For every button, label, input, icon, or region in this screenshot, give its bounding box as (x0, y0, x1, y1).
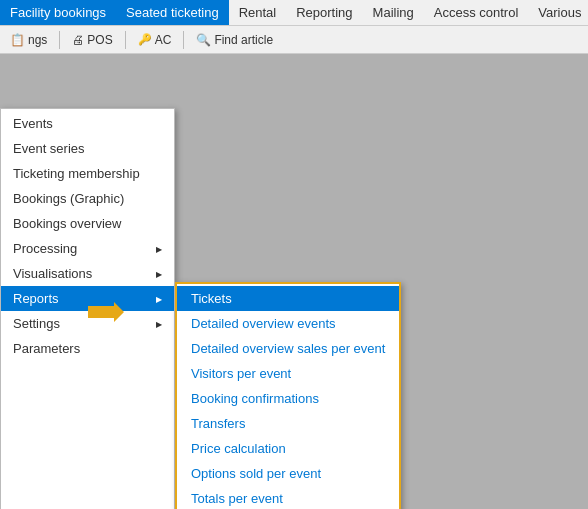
submenu-booking-confirmations-label: Booking confirmations (191, 391, 319, 406)
submenu-options-sold[interactable]: Options sold per event (177, 461, 399, 486)
menu-item-various[interactable]: Various (528, 0, 588, 25)
submenu-transfers[interactable]: Transfers (177, 411, 399, 436)
menu-item-facility-bookings-label: Facility bookings (10, 5, 106, 20)
menu-item-reporting[interactable]: Reporting (286, 0, 362, 25)
submenu-transfers-label: Transfers (191, 416, 245, 431)
pos-toolbar-btn[interactable]: 🖨 POS (68, 31, 116, 49)
bookings-icon: 📋 (10, 33, 25, 47)
menu-processing-label: Processing (13, 241, 77, 256)
menu-item-mailing-label: Mailing (373, 5, 414, 20)
menu-events-label: Events (13, 116, 53, 131)
ac-icon: 🔑 (138, 33, 152, 46)
menu-bookings-overview[interactable]: Bookings overview (1, 211, 174, 236)
submenu-tickets-label: Tickets (191, 291, 232, 306)
menu-item-seated-ticketing[interactable]: Seated ticketing (116, 0, 229, 25)
menu-events[interactable]: Events (1, 111, 174, 136)
toolbar-separator-2 (125, 31, 126, 49)
menu-visualisations[interactable]: Visualisations (1, 261, 174, 286)
ac-toolbar-btn[interactable]: 🔑 AC (134, 31, 176, 49)
menu-event-series[interactable]: Event series (1, 136, 174, 161)
menu-settings-label: Settings (13, 316, 60, 331)
find-article-icon: 🔍 (196, 33, 211, 47)
svg-marker-0 (88, 302, 124, 322)
reports-arrow-icon (156, 293, 162, 304)
submenu-tickets[interactable]: Tickets (177, 286, 399, 311)
menu-bookings-graphic[interactable]: Bookings (Graphic) (1, 186, 174, 211)
pos-label: POS (87, 33, 112, 47)
submenu-options-sold-label: Options sold per event (191, 466, 321, 481)
processing-arrow-icon (156, 243, 162, 254)
menu-bookings-graphic-label: Bookings (Graphic) (13, 191, 124, 206)
menu-item-facility-bookings[interactable]: Facility bookings (0, 0, 116, 25)
menu-ticketing-membership-label: Ticketing membership (13, 166, 140, 181)
visualisations-arrow-icon (156, 268, 162, 279)
submenu-price-calculation[interactable]: Price calculation (177, 436, 399, 461)
find-article-label: Find article (214, 33, 273, 47)
submenu-detailed-overview-sales[interactable]: Detailed overview sales per event (177, 336, 399, 361)
settings-arrow-icon (156, 318, 162, 329)
submenu-visitors-per-event[interactable]: Visitors per event (177, 361, 399, 386)
menu-reports-label: Reports (13, 291, 59, 306)
menu-item-reporting-label: Reporting (296, 5, 352, 20)
menu-item-access-control[interactable]: Access control (424, 0, 529, 25)
submenu-price-calculation-label: Price calculation (191, 441, 286, 456)
menu-item-access-control-label: Access control (434, 5, 519, 20)
pos-icon: 🖨 (72, 33, 84, 47)
reports-hover-arrow (88, 302, 124, 325)
menu-event-series-label: Event series (13, 141, 85, 156)
submenu-totals-per-event[interactable]: Totals per event (177, 486, 399, 509)
menu-bookings-overview-label: Bookings overview (13, 216, 121, 231)
submenu-totals-per-event-label: Totals per event (191, 491, 283, 506)
menu-ticketing-membership[interactable]: Ticketing membership (1, 161, 174, 186)
submenu-detailed-overview-events-label: Detailed overview events (191, 316, 336, 331)
menu-processing[interactable]: Processing (1, 236, 174, 261)
toolbar-separator-1 (59, 31, 60, 49)
toolbar: 📋 ngs 🖨 POS 🔑 AC 🔍 Find article (0, 26, 588, 54)
menu-item-seated-ticketing-label: Seated ticketing (126, 5, 219, 20)
submenu-booking-confirmations[interactable]: Booking confirmations (177, 386, 399, 411)
submenu-visitors-per-event-label: Visitors per event (191, 366, 291, 381)
menu-parameters-label: Parameters (13, 341, 80, 356)
secondary-menu-reports: Tickets Detailed overview events Detaile… (175, 282, 401, 509)
dropdown-container: Events Event series Ticketing membership… (0, 108, 401, 509)
menu-item-rental-label: Rental (239, 5, 277, 20)
menu-parameters[interactable]: Parameters (1, 336, 174, 361)
submenu-detailed-overview-events[interactable]: Detailed overview events (177, 311, 399, 336)
menu-item-mailing[interactable]: Mailing (363, 0, 424, 25)
toolbar-separator-3 (183, 31, 184, 49)
bookings-toolbar-btn[interactable]: 📋 ngs (6, 31, 51, 49)
submenu-detailed-overview-sales-label: Detailed overview sales per event (191, 341, 385, 356)
bookings-label: ngs (28, 33, 47, 47)
menu-item-various-label: Various (538, 5, 581, 20)
menu-item-rental[interactable]: Rental (229, 0, 287, 25)
menu-bar: Facility bookings Seated ticketing Renta… (0, 0, 588, 26)
find-article-btn[interactable]: 🔍 Find article (192, 31, 277, 49)
menu-visualisations-label: Visualisations (13, 266, 92, 281)
ac-label: AC (155, 33, 172, 47)
